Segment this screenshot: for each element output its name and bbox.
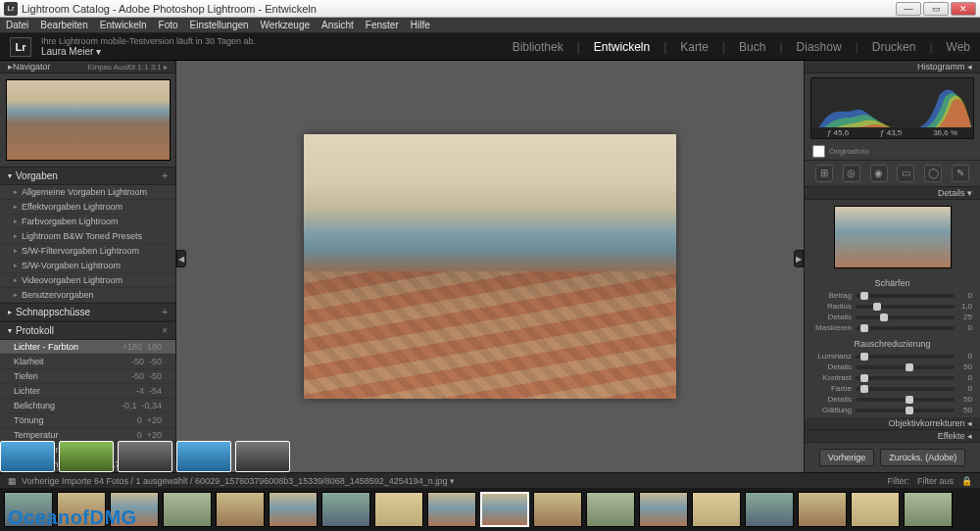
redeye-tool-icon[interactable]: ◉ [870,165,888,182]
menu-datei[interactable]: Datei [6,20,28,30]
module-bibliothek[interactable]: Bibliothek [513,40,564,54]
slider-track[interactable] [856,294,955,298]
module-diashow[interactable]: Diashow [797,40,842,54]
history-item[interactable]: Klarheit-50 -50 [0,355,175,369]
history-item[interactable]: Tiefen-50 -50 [0,369,175,384]
module-web[interactable]: Web [947,40,970,54]
slider-track[interactable] [856,365,955,369]
module-buch[interactable]: Buch [739,40,765,54]
right-panel-toggle[interactable]: ▶ [794,250,804,267]
module-karte[interactable]: Karte [680,40,709,54]
filmstrip-thumb[interactable] [427,492,476,527]
slider-track[interactable] [856,409,955,412]
menu-werkzeuge[interactable]: Werkzeuge [261,20,310,30]
preset-item[interactable]: ▸Lightroom B&W Toned Presets [0,229,175,244]
filmstrip-thumb[interactable] [374,492,423,527]
loupe-view[interactable]: ◀ ▶ [176,61,804,472]
details-header[interactable]: Details ▾ [805,187,980,200]
noise-slider[interactable]: Kontrast0 [812,372,972,383]
sharpen-slider[interactable]: Details25 [812,312,972,322]
minimize-button[interactable]: — [896,2,921,16]
filmstrip-thumb[interactable] [904,492,953,527]
task-thumb[interactable] [59,441,114,472]
task-thumb[interactable] [118,441,172,472]
history-item[interactable]: Tönung0 +20 [0,413,175,428]
preset-item[interactable]: ▸Videovorgaben Lightroom [0,273,175,288]
filmstrip-thumb[interactable] [321,492,370,527]
sharpen-slider[interactable]: Betrag0 [812,290,972,301]
navigator-preview[interactable] [6,79,171,161]
task-thumb[interactable] [235,441,290,472]
preset-item[interactable]: ▸Farbvorgaben Lightroom [0,215,175,229]
navigator-header[interactable]: ▸ Navigator Einpas Ausfül 1:1 3:1 ▸ [0,61,175,73]
previous-button[interactable]: Vorherige [819,449,875,466]
preset-item[interactable]: ▸Benutzervorgaben [0,288,175,303]
filmstrip-thumb[interactable] [163,492,212,527]
noise-slider[interactable]: Luminanz0 [812,351,972,362]
sharpen-slider[interactable]: Maskieren0 [812,322,972,333]
effects-header[interactable]: Effekte ◂ [805,430,980,443]
filmstrip-thumb[interactable] [269,492,318,527]
noise-slider[interactable]: Glättung50 [812,405,972,415]
slider-track[interactable] [856,387,955,391]
main-photo[interactable] [304,134,676,399]
compare-checkbox[interactable] [812,145,825,158]
slider-track[interactable] [856,315,955,319]
filmstrip-thumb[interactable] [586,492,635,527]
slider-knob[interactable] [860,374,868,382]
slider-track[interactable] [856,326,955,330]
noise-slider[interactable]: Farbe0 [812,383,972,394]
filmstrip-thumb-selected[interactable] [480,492,529,527]
slider-knob[interactable] [860,324,868,332]
gradient-tool-icon[interactable]: ▭ [897,165,914,182]
crop-tool-icon[interactable]: ⊞ [815,165,833,182]
menu-foto[interactable]: Foto [159,20,178,30]
menu-hilfe[interactable]: Hilfe [411,20,430,30]
preset-item[interactable]: ▸Allgemeine Vorgaben Lightroom [0,185,175,200]
history-header[interactable]: ▾Protokoll× [0,321,175,340]
grid-view-icon[interactable]: ▦ [8,476,17,486]
module-drucken[interactable]: Drucken [872,40,916,54]
slider-knob[interactable] [880,314,888,321]
filter-off-button[interactable]: Filter aus [917,476,954,486]
preset-item[interactable]: ▸Effektvorgaben Lightroom [0,200,175,215]
slider-track[interactable] [856,305,955,309]
menu-fenster[interactable]: Fenster [366,20,399,30]
filmstrip-thumb[interactable] [692,492,741,527]
filmstrip-thumb[interactable] [216,492,265,527]
menu-entwickeln[interactable]: Entwickeln [100,20,147,30]
filmstrip-thumb[interactable] [798,492,847,527]
slider-knob[interactable] [860,292,868,300]
task-thumb[interactable] [0,441,55,472]
filmstrip-thumb[interactable] [851,492,900,527]
histogram-header[interactable]: Histogramm ◂ [805,61,980,73]
spot-tool-icon[interactable]: ◎ [843,165,860,182]
navigator-modes[interactable]: Einpas Ausfül 1:1 3:1 ▸ [88,63,168,72]
brush-tool-icon[interactable]: ✎ [952,165,969,182]
history-item[interactable]: Lichter-4 -54 [0,384,175,399]
slider-track[interactable] [856,355,955,359]
menu-bearbeiten[interactable]: Bearbeiten [40,20,87,30]
snapshots-header[interactable]: ▸Schnappschüsse+ [0,303,175,321]
breadcrumb[interactable]: Vorherige Importe 64 Fotos / 1 ausgewähl… [22,476,887,486]
preset-item[interactable]: ▸S/W-Filtervorgaben Lightroom [0,244,175,259]
filter-lock-icon[interactable]: 🔒 [961,476,972,486]
task-thumb[interactable] [176,441,231,472]
history-item[interactable]: Lichter - Farbton+180 180 [0,340,175,355]
detail-preview[interactable] [834,206,952,269]
filmstrip-thumb[interactable] [745,492,794,527]
filmstrip-thumb[interactable] [533,492,582,527]
slider-knob[interactable] [906,363,913,371]
presets-header[interactable]: ▾Vorgaben+ [0,167,175,185]
histogram[interactable]: ƒ 45,6 ƒ 43,5 36,6 % [810,77,974,139]
preset-item[interactable]: ▸S/W-Vorgaben Lightroom [0,259,175,273]
menu-einstellungen[interactable]: Einstellungen [190,20,249,30]
noise-slider[interactable]: Details50 [812,362,972,372]
slider-knob[interactable] [906,396,913,404]
history-item[interactable]: Belichtung-0,1 -0,34 [0,399,175,413]
sharpen-slider[interactable]: Radius1,0 [812,301,972,312]
radial-tool-icon[interactable]: ◯ [924,165,942,182]
menu-ansicht[interactable]: Ansicht [321,20,354,30]
left-panel-toggle[interactable]: ◀ [176,250,186,267]
reset-button[interactable]: Zurücks. (Adobe) [880,449,965,466]
